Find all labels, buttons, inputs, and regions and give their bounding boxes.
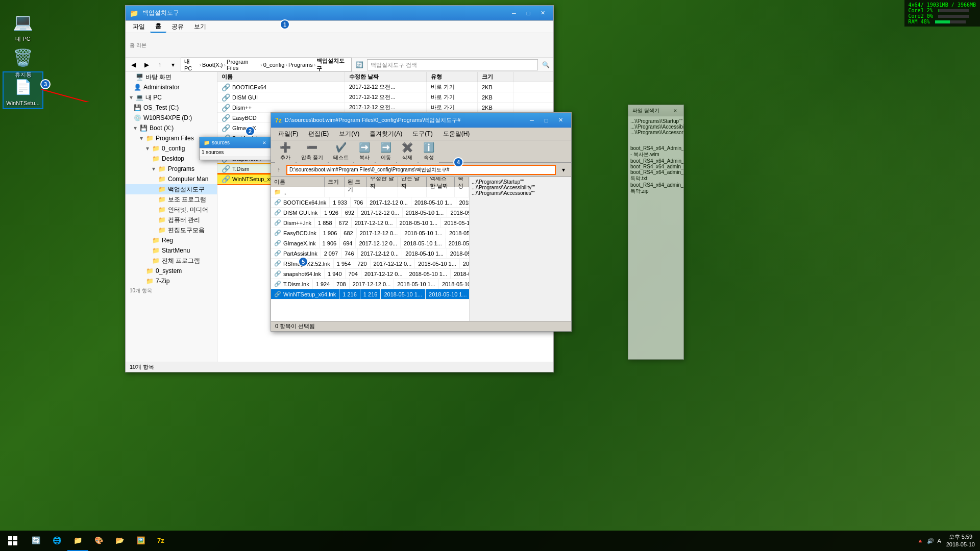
- refresh-button[interactable]: 🔄: [354, 59, 365, 70]
- up-button[interactable]: ↑: [154, 59, 165, 70]
- sidebar-item-computermgmt[interactable]: 📁컴퓨터 관리: [126, 215, 217, 225]
- minimize-button[interactable]: ─: [507, 8, 521, 19]
- sidebar-item-reg[interactable]: 📁Reg: [126, 235, 217, 245]
- tray-clock[interactable]: 오후 5:59 2018-05-10: [946, 533, 975, 549]
- zip-col-created[interactable]: 만든 날짜: [398, 177, 426, 187]
- svg-rect-4: [8, 541, 12, 545]
- sidebar-item-c[interactable]: 💾OS_Test (C:): [126, 103, 217, 113]
- sidebar-item-boot[interactable]: ▾💾Boot (X:): [126, 123, 217, 133]
- sidebar-item-backup[interactable]: 📁백업설치도구: [126, 184, 217, 194]
- zip-file-row[interactable]: 🔗Dism++.lnk 1 858 672 2017-12-12 0... 20…: [271, 218, 469, 228]
- zip-test-button[interactable]: ✔️ 테스트: [329, 140, 353, 163]
- file-row[interactable]: 🔗Dism++ 2017-12-12 오전... 바로 가기 2KB: [217, 103, 553, 113]
- menu-share[interactable]: 공유: [166, 21, 189, 33]
- menu-view[interactable]: 보기: [189, 21, 211, 33]
- sidebar-item-desktop[interactable]: 🖥️바탕 화면: [126, 72, 217, 82]
- bg-close-btn[interactable]: ✕: [671, 107, 679, 114]
- ribbon-toolbar: 홈 리본: [126, 33, 553, 58]
- zip-address-input[interactable]: [286, 165, 556, 175]
- zip-up-button[interactable]: ↑: [273, 164, 284, 176]
- system-monitor: 4x64/ 19031MB / 3966MB Core1 2% Core2 0%…: [904, 0, 980, 27]
- sidebar-item-programs[interactable]: ▾📁Programs: [126, 164, 217, 174]
- zip-address-bar: ↑ ▾: [271, 163, 571, 177]
- zip-col-attr[interactable]: 속성: [455, 177, 469, 187]
- col-size[interactable]: 크기: [478, 72, 513, 82]
- col-name[interactable]: 이름: [217, 72, 345, 82]
- zip-window: 7z D:\sources\boot.wim#Program Files\0_c…: [271, 112, 572, 332]
- zip-content-area: 이름 크기 압축된 크기 수정한 날짜 만든 날짜 액세스한 날짜 속성 📁..: [271, 177, 571, 321]
- zip-file-row[interactable]: 🔗EasyBCD.lnk 1 906 682 2017-12-12 0... 2…: [271, 228, 469, 238]
- sidebar-item-allprograms[interactable]: 📁전체 프로그램: [126, 256, 217, 266]
- mini-explorer-titlebar: 📁 sources ✕: [200, 137, 273, 148]
- forward-button[interactable]: ▶: [141, 59, 152, 70]
- start-button[interactable]: [0, 531, 26, 551]
- sidebar-item-0system[interactable]: 📁0_system: [126, 266, 217, 276]
- address-breadcrumb[interactable]: 내 PC› Boot(X:)› Program Files› 0_config›…: [181, 58, 352, 72]
- sidebar-item-startmenu[interactable]: 📁StartMenu: [126, 245, 217, 256]
- zip-menu-favorites[interactable]: 즐겨찾기(A): [364, 129, 407, 140]
- taskbar-browser[interactable]: 🌐: [46, 531, 67, 551]
- zip-menu-view[interactable]: 보기(V): [334, 129, 364, 140]
- zip-file-row[interactable]: 📁..: [271, 187, 469, 197]
- explorer-menu-bar: 파일 홈 공유 보기: [126, 21, 553, 33]
- zip-file-row[interactable]: 🔗GImageX.lnk 1 906 694 2017-12-12 0... 2…: [271, 238, 469, 248]
- zip-extract-button[interactable]: ➖ 압축 풀기: [297, 140, 328, 163]
- desktop-icon-winntsetup[interactable]: 📄 WinNTSetu...: [3, 71, 43, 109]
- zip-col-compressed[interactable]: 압축된 크기: [345, 177, 367, 187]
- search-button[interactable]: 🔍: [540, 59, 551, 70]
- taskbar-7zip[interactable]: 7z: [151, 531, 170, 551]
- recent-button[interactable]: ▾: [167, 59, 179, 70]
- zip-file-row[interactable]: 🔗DISM GUI.lnk 1 926 692 2017-12-12 0... …: [271, 208, 469, 218]
- zip-move-button[interactable]: ➡️ 이동: [376, 140, 396, 163]
- zip-add-button[interactable]: ➕ 추가: [275, 140, 296, 163]
- zip-dropdown-button[interactable]: ▾: [558, 164, 569, 176]
- maximize-button[interactable]: □: [522, 8, 535, 19]
- zip-col-size[interactable]: 크기: [325, 177, 345, 187]
- search-input[interactable]: [367, 59, 538, 70]
- sidebar-item-edittools[interactable]: 📁편집도구모음: [126, 225, 217, 235]
- desktop-icon-my-pc[interactable]: 💻 내 PC: [3, 8, 43, 45]
- zip-copy-button[interactable]: ➡️ 복사: [354, 140, 375, 163]
- zip-menu-tools[interactable]: 도구(T): [407, 129, 437, 140]
- menu-file[interactable]: 파일: [128, 21, 150, 33]
- zip-minimize-button[interactable]: ─: [525, 115, 538, 126]
- taskbar-explorer[interactable]: 📁: [67, 531, 88, 551]
- sidebar-item-7zip[interactable]: 📁7-Zip: [126, 276, 217, 286]
- back-button[interactable]: ◀: [128, 59, 139, 70]
- zip-file-row-winntsetup[interactable]: 🔗WinNTSetup_x64.lnk 1 216 1 216 2018-05-…: [271, 289, 469, 299]
- zip-file-row[interactable]: 🔗T.Dism.lnk 1 924 708 2017-12-12 0... 20…: [271, 279, 469, 289]
- zip-menu-file[interactable]: 파일(F): [273, 129, 303, 140]
- zip-delete-button[interactable]: ✖️ 삭제: [397, 140, 418, 163]
- sidebar-item-mypc[interactable]: ▾💻내 PC: [126, 92, 217, 103]
- svg-rect-2: [8, 536, 12, 540]
- zip-maximize-button[interactable]: □: [540, 115, 553, 126]
- zip-col-accessed[interactable]: 액세스한 날짜: [427, 177, 455, 187]
- sidebar-item-computerman[interactable]: 📁Computer Man: [126, 174, 217, 184]
- zip-menu-edit[interactable]: 편집(E): [303, 129, 334, 140]
- taskbar-folder[interactable]: 📂: [109, 531, 130, 551]
- zip-file-row[interactable]: 🔗BOOTICEx64.lnk 1 933 706 2017-12-12 0..…: [271, 197, 469, 208]
- background-window: 파일 탐색기 ✕ ...\\Programs\\Startup"" ...\\P…: [628, 105, 684, 360]
- close-button[interactable]: ✕: [536, 8, 549, 19]
- menu-home[interactable]: 홈: [150, 21, 166, 33]
- zip-col-modified[interactable]: 수정한 날짜: [367, 177, 398, 187]
- sidebar-item-auxiliary[interactable]: 📁보조 프로그램: [126, 194, 217, 205]
- taskbar-media[interactable]: 🖼️: [130, 531, 151, 551]
- zip-status-bar: 0 항목이 선택됨: [271, 321, 571, 331]
- sidebar-item-internet[interactable]: 📁인터넷, 미디어: [126, 205, 217, 215]
- address-bar: ◀ ▶ ↑ ▾ 내 PC› Boot(X:)› Program Files› 0…: [126, 58, 553, 72]
- taskbar-paint[interactable]: 🎨: [88, 531, 109, 551]
- file-row[interactable]: 🔗DISM GUI 2017-12-12 오전... 바로 가기 2KB: [217, 92, 553, 103]
- col-date[interactable]: 수정한 날짜: [345, 72, 427, 82]
- mini-close-btn[interactable]: ✕: [260, 139, 268, 147]
- sidebar-item-d[interactable]: 💿W10RS4XPE (D:): [126, 113, 217, 123]
- zip-file-row[interactable]: 🔗snapshot64.lnk 1 940 704 2017-12-12 0..…: [271, 269, 469, 279]
- col-type[interactable]: 유형: [427, 72, 478, 82]
- zip-properties-button[interactable]: ℹ️ 속성: [419, 140, 439, 163]
- zip-menu-help[interactable]: 도움말(H): [438, 129, 475, 140]
- sidebar-item-admin[interactable]: 👤Administrator: [126, 82, 217, 92]
- zip-col-name[interactable]: 이름: [271, 177, 325, 187]
- zip-close-button[interactable]: ✕: [554, 115, 567, 126]
- file-row[interactable]: 🔗BOOTICEx64 2017-12-12 오전... 바로 가기 2KB: [217, 82, 553, 92]
- taskbar-search[interactable]: 🔄: [26, 531, 46, 551]
